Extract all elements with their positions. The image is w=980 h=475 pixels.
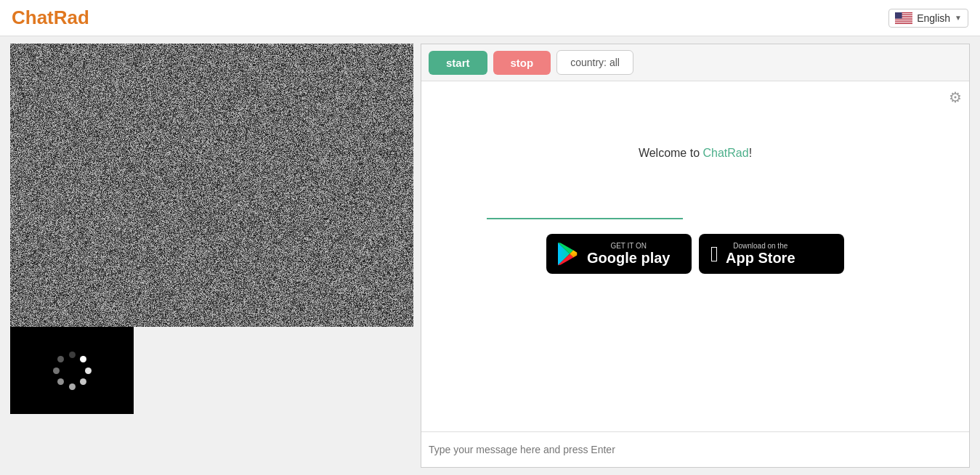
message-input[interactable] — [429, 439, 962, 460]
svg-rect-6 — [895, 22, 912, 23]
apple-icon:  — [710, 243, 718, 265]
language-selector[interactable]: English ▼ — [888, 9, 968, 28]
flag-icon — [895, 12, 912, 24]
svg-rect-5 — [895, 20, 912, 21]
loading-spinner — [50, 349, 94, 392]
app-store-text: Download on the App Store — [726, 242, 795, 267]
google-play-button[interactable]: GET IT ON Google play — [546, 234, 692, 274]
app-store-button[interactable]:  Download on the App Store — [699, 234, 844, 274]
dropdown-arrow-icon: ▼ — [955, 14, 962, 22]
stop-button[interactable]: stop — [493, 51, 551, 75]
svg-rect-7 — [895, 12, 902, 19]
self-video-spinner — [10, 327, 134, 414]
chat-area: ⚙ Welcome to ChatRad! — [421, 81, 969, 431]
welcome-message: Welcome to ChatRad! — [639, 147, 752, 160]
noise-canvas — [10, 44, 413, 327]
logo: ChatRad — [12, 7, 89, 29]
svg-rect-4 — [895, 18, 912, 19]
app-buttons-container: GET IT ON Google play  Download on the … — [546, 234, 844, 274]
main-video — [10, 44, 413, 327]
start-button[interactable]: start — [429, 51, 487, 75]
language-label: English — [917, 12, 950, 24]
divider — [487, 218, 683, 219]
google-play-text: GET IT ON Google play — [587, 242, 670, 267]
google-play-icon — [558, 241, 580, 267]
chatrad-link[interactable]: ChatRad — [703, 147, 749, 159]
header: ChatRad English ▼ — [0, 0, 980, 36]
toolbar: start stop country: all — [421, 44, 969, 81]
country-button[interactable]: country: all — [556, 50, 633, 75]
message-input-area — [421, 431, 969, 467]
settings-icon[interactable]: ⚙ — [949, 89, 962, 106]
right-panel: start stop country: all ⚙ Welcome to Cha… — [421, 44, 970, 468]
main-container: start stop country: all ⚙ Welcome to Cha… — [0, 36, 980, 475]
left-panel — [10, 44, 413, 468]
